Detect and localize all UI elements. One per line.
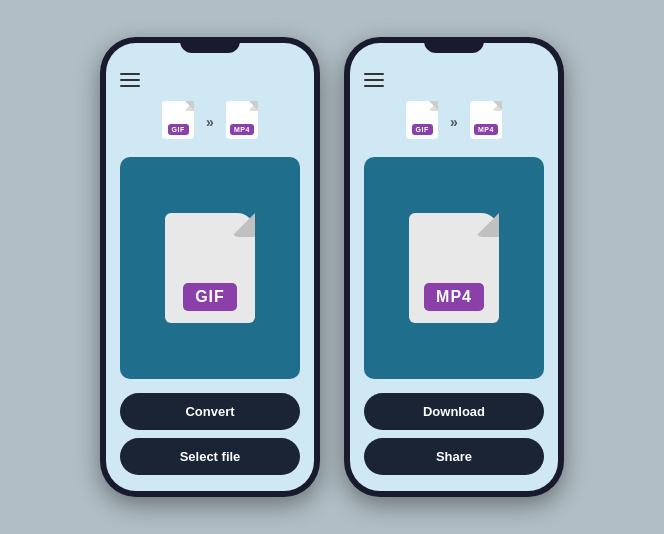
to-format-badge-1: MP4: [230, 124, 254, 135]
screen-1: GIF » MP4: [106, 43, 314, 491]
select-file-button[interactable]: Select file: [120, 438, 300, 475]
phone-2: GIF » MP4: [344, 37, 564, 497]
to-format-badge-2: MP4: [474, 124, 498, 135]
arrow-icon-1: »: [206, 114, 214, 130]
from-format-icon-2: GIF: [404, 101, 440, 143]
phones-container: GIF » MP4: [100, 37, 564, 497]
convert-button[interactable]: Convert: [120, 393, 300, 430]
hamburger-menu-1[interactable]: [120, 73, 300, 87]
arrow-icon-2: »: [450, 114, 458, 130]
file-corner-4: [493, 101, 502, 110]
preview-format-badge-2: MP4: [424, 283, 484, 311]
preview-format-badge-1: GIF: [183, 283, 237, 311]
format-header-1: GIF » MP4: [120, 101, 300, 143]
notch-1: [180, 37, 240, 53]
to-format-icon-2: MP4: [468, 101, 504, 143]
preview-box-2: MP4: [364, 157, 544, 379]
file-corner-2: [249, 101, 258, 110]
screen-2: GIF » MP4: [350, 43, 558, 491]
hamburger-menu-2[interactable]: [364, 73, 544, 87]
file-icon-large-2: MP4: [409, 213, 499, 323]
format-header-2: GIF » MP4: [364, 101, 544, 143]
notch-2: [424, 37, 484, 53]
download-button[interactable]: Download: [364, 393, 544, 430]
to-format-icon-1: MP4: [224, 101, 260, 143]
file-corner: [185, 101, 194, 110]
from-format-badge-1: GIF: [168, 124, 189, 135]
from-format-badge-2: GIF: [412, 124, 433, 135]
share-button[interactable]: Share: [364, 438, 544, 475]
file-corner-3: [429, 101, 438, 110]
file-icon-large-1: GIF: [165, 213, 255, 323]
preview-box-1: GIF: [120, 157, 300, 379]
from-format-icon-1: GIF: [160, 101, 196, 143]
phone-1: GIF » MP4: [100, 37, 320, 497]
